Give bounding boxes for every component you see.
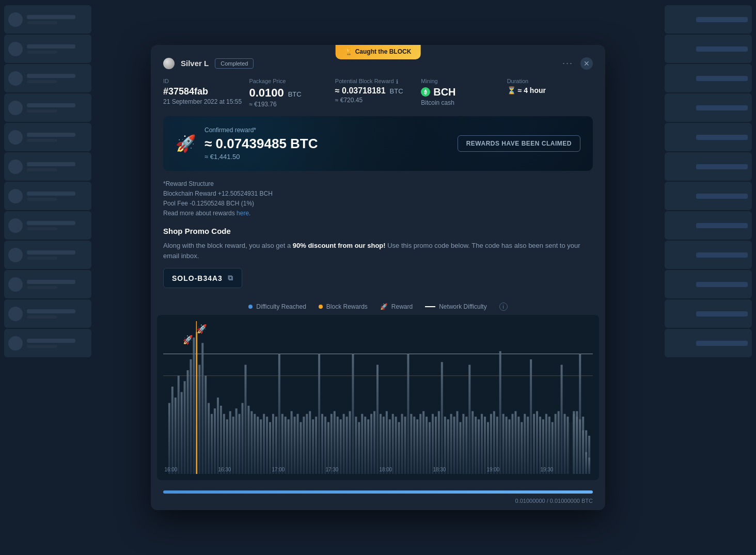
svg-rect-14 xyxy=(201,343,203,474)
legend-reward-label: Reward xyxy=(391,303,413,310)
status-badge: Completed xyxy=(215,58,254,69)
mining-currency: BCH xyxy=(433,86,455,98)
svg-rect-120 xyxy=(527,417,529,474)
close-button[interactable]: ✕ xyxy=(580,57,593,70)
package-price-value: 0.0100 xyxy=(249,86,284,100)
svg-rect-116 xyxy=(514,411,516,474)
package-price-currency: BTC xyxy=(288,90,302,98)
network-difficulty-line xyxy=(425,306,435,307)
svg-rect-127 xyxy=(548,417,550,474)
svg-rect-62 xyxy=(349,411,351,474)
svg-rect-143 xyxy=(576,417,578,474)
svg-rect-73 xyxy=(383,417,385,474)
svg-rect-37 xyxy=(272,414,274,474)
svg-text:19:00: 19:00 xyxy=(486,467,499,472)
svg-rect-71 xyxy=(376,365,379,474)
info-icon: ℹ xyxy=(396,78,398,85)
legend-block-rewards-label: Block Rewards xyxy=(326,303,368,310)
copy-icon[interactable]: ⧉ xyxy=(228,274,233,282)
modal: 🏆 Caught the BLOCK Silver L Completed ··… xyxy=(151,45,605,511)
svg-rect-97 xyxy=(456,411,459,474)
id-value: #37584fab xyxy=(163,86,249,97)
potential-reward-eur: ≈ €720.45 xyxy=(335,97,421,104)
svg-text:18:00: 18:00 xyxy=(379,467,392,472)
svg-rect-6 xyxy=(178,376,180,474)
reward-left: 🚀 Confirmed reward* ≈ 0.07439485 BTC ≈ €… xyxy=(176,126,318,161)
read-more-link[interactable]: here xyxy=(237,210,249,217)
svg-rect-27 xyxy=(242,403,244,474)
progress-text: 0.01000000 / 0.01000000 BTC xyxy=(163,498,593,504)
svg-rect-65 xyxy=(358,422,360,474)
claimed-button[interactable]: REWARDS HAVE BEEN CLAIMED xyxy=(458,135,580,152)
svg-rect-22 xyxy=(226,420,228,474)
mining-name: Bitcoin cash xyxy=(421,99,507,106)
svg-rect-121 xyxy=(530,359,532,474)
svg-rect-78 xyxy=(398,422,400,474)
svg-rect-112 xyxy=(502,414,505,474)
svg-rect-125 xyxy=(542,420,544,474)
hourglass-icon: ⏳ xyxy=(507,86,516,94)
svg-rect-114 xyxy=(509,420,511,474)
svg-rect-115 xyxy=(512,414,514,474)
svg-rect-25 xyxy=(235,409,238,474)
svg-rect-18 xyxy=(214,409,216,474)
duration-label: Duration xyxy=(507,78,593,84)
svg-rect-35 xyxy=(266,417,268,474)
svg-rect-46 xyxy=(300,422,302,474)
svg-rect-130 xyxy=(558,411,560,474)
svg-rect-53 xyxy=(321,414,323,474)
svg-rect-95 xyxy=(450,414,452,474)
svg-rect-63 xyxy=(352,354,354,474)
svg-rect-41 xyxy=(285,417,287,474)
svg-rect-26 xyxy=(239,414,241,474)
svg-rect-91 xyxy=(438,411,440,474)
svg-rect-76 xyxy=(392,414,394,474)
background-list-right xyxy=(660,0,756,555)
read-more-pre: Read more about rewards xyxy=(163,210,237,217)
svg-rect-29 xyxy=(247,406,249,474)
svg-rect-108 xyxy=(490,414,492,474)
svg-rect-118 xyxy=(521,422,523,474)
svg-rect-45 xyxy=(297,414,299,474)
svg-rect-81 xyxy=(407,354,409,474)
bch-icon: ₿ xyxy=(421,87,430,97)
svg-rect-109 xyxy=(493,411,495,474)
svg-rect-39 xyxy=(278,354,280,474)
promo-desc-bold: 90% discount from our shop! xyxy=(293,242,386,249)
svg-rect-103 xyxy=(475,417,477,474)
svg-rect-106 xyxy=(484,417,486,474)
svg-rect-36 xyxy=(269,422,271,474)
svg-rect-59 xyxy=(340,420,342,474)
svg-rect-40 xyxy=(281,414,284,474)
svg-rect-117 xyxy=(517,417,519,474)
legend-difficulty-reached-label: Difficulty Reached xyxy=(256,303,306,310)
chart-legend: Difficulty Reached Block Rewards 🚀 Rewar… xyxy=(151,296,605,315)
svg-text:16:30: 16:30 xyxy=(218,467,231,472)
svg-rect-124 xyxy=(539,417,541,474)
mining-label: Mining xyxy=(421,78,507,84)
svg-rect-88 xyxy=(429,422,431,474)
svg-rect-83 xyxy=(413,417,415,474)
svg-rect-131 xyxy=(561,365,563,474)
svg-rect-57 xyxy=(334,411,336,474)
svg-rect-111 xyxy=(499,352,501,474)
svg-rect-77 xyxy=(395,417,397,474)
duration-row: ⏳ ≈ 4 hour xyxy=(507,86,593,94)
more-options-button[interactable]: ··· xyxy=(562,58,573,69)
svg-rect-32 xyxy=(257,417,259,474)
reward-banner: 🚀 Confirmed reward* ≈ 0.07439485 BTC ≈ €… xyxy=(163,116,593,171)
svg-rect-64 xyxy=(355,417,357,474)
svg-rect-87 xyxy=(426,417,428,474)
svg-rect-101 xyxy=(468,365,470,474)
svg-rect-23 xyxy=(229,411,231,474)
reward-rocket-icon: 🚀 xyxy=(380,303,388,310)
svg-rect-12 xyxy=(196,332,197,474)
chart-container: 🚀 🚀 16:00 16:30 17:00 17:30 18:00 18:30 … xyxy=(157,315,599,480)
chart-info-icon[interactable]: i xyxy=(499,303,508,311)
svg-rect-5 xyxy=(175,398,177,474)
reward-amount: ≈ 0.07439485 BTC xyxy=(204,136,318,152)
caught-block-banner: 🏆 Caught the BLOCK xyxy=(336,45,421,59)
id-label: ID xyxy=(163,78,249,84)
mining-column: Mining ₿ BCH Bitcoin cash xyxy=(421,78,507,108)
svg-rect-100 xyxy=(465,417,467,474)
